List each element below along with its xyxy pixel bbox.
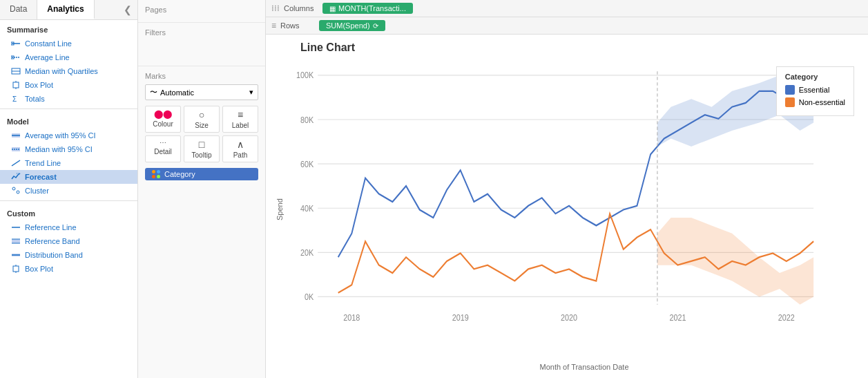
nonessential-color xyxy=(785,97,795,107)
sidebar-item-reference-band[interactable]: Reference Band xyxy=(0,234,137,248)
tooltip-button[interactable]: □ Tooltip xyxy=(184,135,220,162)
svg-text:40K: 40K xyxy=(300,203,314,213)
sidebar-item-median-quartiles[interactable]: Median with Quartiles xyxy=(0,64,137,78)
reference-line-label: Reference Line xyxy=(25,223,77,231)
detail-icon: ⋯ xyxy=(160,139,166,147)
columns-icon: ⁞⁞⁞ xyxy=(271,3,280,13)
sidebar-item-distribution-band[interactable]: Distribution Band xyxy=(0,248,137,262)
svg-text:2022: 2022 xyxy=(778,312,795,322)
legend-item-nonessential: Non-essential xyxy=(785,97,845,107)
sidebar-item-constant-line[interactable]: Constant Line xyxy=(0,37,137,50)
svg-text:100K: 100K xyxy=(296,70,314,80)
path-label: Path xyxy=(233,151,248,159)
rows-pill-icon: ⟳ xyxy=(373,22,378,30)
chart-title: Line Chart xyxy=(273,41,861,54)
svg-point-16 xyxy=(12,187,15,190)
average-line-label: Average Line xyxy=(25,53,70,62)
middle-panel: Pages Filters Marks 〜 Automatic ▾ ⬤⬤ Col… xyxy=(138,0,266,378)
columns-label: Columns xyxy=(284,4,318,12)
label-icon: ≡ xyxy=(238,109,243,120)
svg-text:2020: 2020 xyxy=(561,312,577,322)
chevron-down-icon: ▾ xyxy=(249,88,253,97)
sidebar-item-average-line[interactable]: Average Line xyxy=(0,50,137,64)
sidebar-item-med-ci[interactable]: Median with 95% CI xyxy=(0,142,137,156)
sidebar-item-box-plot-1[interactable]: Box Plot xyxy=(0,78,137,92)
pages-section: Pages xyxy=(138,0,265,23)
sidebar-item-box-plot-2[interactable]: Box Plot xyxy=(0,262,137,276)
rows-pill-value: SUM(Spend) xyxy=(326,21,370,30)
svg-text:20K: 20K xyxy=(300,247,314,257)
totals-label: Totals xyxy=(25,95,45,103)
columns-toolbar-row: ⁞⁞⁞ Columns ▦ MONTH(Transacti... xyxy=(266,0,868,17)
detail-button[interactable]: ⋯ Detail xyxy=(145,135,181,162)
box-plot-1-label: Box Plot xyxy=(25,81,53,89)
colour-button[interactable]: ⬤⬤ Colour xyxy=(145,106,181,133)
chart-svg: 100K 80K 60K 40K 20K 0K 2018 2019 2020 2… xyxy=(284,59,861,360)
svg-line-14 xyxy=(12,160,20,166)
svg-text:60K: 60K xyxy=(300,159,314,169)
marks-grid: ⬤⬤ Colour ○ Size ≡ Label ⋯ Detail □ Tool… xyxy=(145,106,258,162)
colour-icon: ⬤⬤ xyxy=(154,109,172,119)
colour-label: Colour xyxy=(153,120,173,128)
median-quartiles-label: Median with Quartiles xyxy=(25,67,98,75)
med-ci-label: Median with 95% CI xyxy=(25,145,93,153)
size-button[interactable]: ○ Size xyxy=(184,106,220,133)
rows-toolbar-row: ≡ Rows SUM(Spend) ⟳ xyxy=(266,17,868,35)
category-dots-icon xyxy=(152,170,160,178)
y-axis-label: Spend xyxy=(273,59,284,360)
detail-label: Detail xyxy=(154,148,172,155)
svg-text:80K: 80K xyxy=(300,115,314,124)
main-area: ⁞⁞⁞ Columns ▦ MONTH(Transacti... ≡ Rows … xyxy=(266,0,868,378)
x-axis-label: Month of Transaction Date xyxy=(273,363,861,371)
svg-rect-24 xyxy=(13,266,19,272)
essential-label: Essential xyxy=(799,86,830,94)
svg-point-17 xyxy=(17,191,19,193)
sidebar-item-totals[interactable]: Σ Totals xyxy=(0,92,137,106)
label-button[interactable]: ≡ Label xyxy=(222,106,258,133)
size-icon: ○ xyxy=(199,109,204,120)
path-icon: ∧ xyxy=(237,139,244,150)
dropdown-value: Automatic xyxy=(160,88,194,97)
tooltip-icon: □ xyxy=(199,139,204,150)
essential-color xyxy=(785,85,795,95)
collapse-button[interactable]: ❮ xyxy=(118,1,137,18)
nonessential-label: Non-essential xyxy=(799,98,845,106)
reference-band-label: Reference Band xyxy=(25,237,80,245)
tab-data[interactable]: Data xyxy=(0,0,37,19)
size-label: Size xyxy=(195,122,208,129)
pages-label: Pages xyxy=(145,6,258,14)
legend-box: Category Essential Non-essential xyxy=(776,66,854,116)
sidebar-item-trend-line[interactable]: Trend Line xyxy=(0,156,137,170)
svg-text:0K: 0K xyxy=(305,292,314,301)
svg-rect-19 xyxy=(12,239,20,243)
sidebar-item-reference-line[interactable]: Reference Line xyxy=(0,220,137,234)
auto-icon: 〜 xyxy=(150,87,157,97)
columns-pill-icon: ▦ xyxy=(329,5,336,12)
custom-title: Custom xyxy=(0,204,137,220)
filters-section: Filters xyxy=(138,23,265,66)
forecast-label: Forecast xyxy=(25,173,57,181)
rows-icon: ≡ xyxy=(271,21,276,30)
filters-label: Filters xyxy=(145,28,258,37)
sidebar-item-cluster[interactable]: Cluster xyxy=(0,184,137,198)
label-label: Label xyxy=(232,122,249,129)
chart-area: Spend 100K 80K 60K 40K 20K 0K xyxy=(273,59,861,360)
marks-dropdown[interactable]: 〜 Automatic ▾ xyxy=(145,84,258,100)
trend-line-label: Trend Line xyxy=(25,159,61,167)
path-button[interactable]: ∧ Path xyxy=(222,135,258,162)
tab-bar: Data Analytics ❮ xyxy=(0,0,137,20)
tab-analytics[interactable]: Analytics xyxy=(37,0,94,19)
left-panel: Data Analytics ❮ Summarise Constant Line… xyxy=(0,0,138,378)
columns-pill[interactable]: ▦ MONTH(Transacti... xyxy=(322,3,413,14)
model-title: Model xyxy=(0,112,137,129)
sidebar-item-avg-ci[interactable]: Average with 95% CI xyxy=(0,129,137,142)
svg-rect-6 xyxy=(13,82,19,88)
box-plot-2-label: Box Plot xyxy=(25,265,53,273)
category-pill[interactable]: Category xyxy=(145,168,258,180)
marks-section: Marks 〜 Automatic ▾ ⬤⬤ Colour ○ Size ≡ L… xyxy=(138,66,265,186)
rows-pill[interactable]: SUM(Spend) ⟳ xyxy=(319,20,385,31)
category-label: Category xyxy=(164,170,195,178)
sidebar-item-forecast[interactable]: Forecast xyxy=(0,170,137,184)
distribution-band-label: Distribution Band xyxy=(25,251,83,259)
marks-label: Marks xyxy=(145,72,258,80)
